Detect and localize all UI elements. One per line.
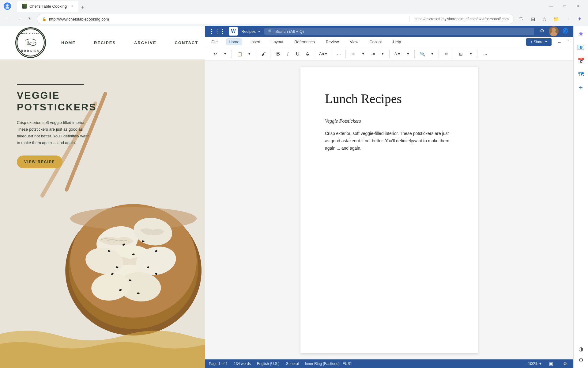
collections-btn[interactable]: 📁	[551, 14, 561, 24]
svg-text:CHEF'S TABLE: CHEF'S TABLE	[19, 32, 42, 35]
forward-btn[interactable]: →	[15, 15, 23, 23]
active-tab[interactable]: Chef's Table Cooking ×	[17, 1, 78, 12]
word-search[interactable]: 🔍 Search (Alt + Q)	[264, 28, 534, 35]
bold-btn[interactable]: B	[273, 50, 283, 58]
site-logo: CHEF'S TABLE COOKING	[12, 27, 49, 58]
more-btn[interactable]: ···	[563, 14, 573, 24]
menu-references[interactable]: References	[292, 38, 317, 45]
word-menu-more[interactable]: ···	[558, 40, 561, 44]
primary-url: http://www.chefstablecooking.com	[49, 17, 404, 21]
undo-dropdown[interactable]: ▼	[221, 50, 230, 58]
more-options-btn[interactable]: ···	[334, 50, 344, 58]
word-doc-area[interactable]: Lunch Recipes Veggie Potstickers Crisp e…	[205, 61, 573, 359]
split-btn[interactable]: ⊟	[528, 14, 538, 24]
add-sidebar-btn[interactable]: +	[575, 82, 586, 93]
menu-layout[interactable]: Layout	[269, 38, 286, 45]
word-page: Lunch Recipes Veggie Potstickers Crisp e…	[300, 67, 478, 353]
designer-btn[interactable]: ✏	[442, 50, 451, 58]
copilot-sidebar-icon[interactable]	[575, 28, 586, 39]
zoom-out-btn[interactable]: -	[525, 362, 526, 366]
settings-btn[interactable]: ⚙	[538, 26, 546, 35]
indent-btn[interactable]: ⇥	[368, 50, 378, 58]
table-btn[interactable]: ⊞	[456, 50, 466, 58]
strikethrough-btn[interactable]: S̶	[303, 50, 312, 58]
table-dropdown[interactable]: ▼	[466, 50, 475, 58]
find-btn[interactable]: 🔍	[418, 50, 427, 58]
view-recipe-btn[interactable]: VIEW RECIPE	[17, 155, 62, 168]
formatting-group: B I U S̶	[272, 50, 314, 58]
paste-btn[interactable]: 📋	[235, 50, 244, 58]
tab-favicon	[22, 4, 27, 9]
highlight-dropdown[interactable]: A▼	[393, 51, 403, 57]
menu-insert[interactable]: Insert	[248, 38, 263, 45]
font-dropdown[interactable]: Aa ▼	[317, 51, 329, 57]
url-box[interactable]: 🔒 http://www.chefstablecooking.com https…	[37, 14, 514, 24]
menu-help[interactable]: Help	[390, 38, 404, 45]
settings-status-btn[interactable]: ⚙	[560, 359, 570, 368]
word-expand-btn[interactable]: ˅	[567, 40, 570, 44]
bullet-list-btn[interactable]: ≡	[349, 50, 358, 58]
back-btn[interactable]: ←	[4, 15, 12, 23]
close-btn[interactable]: ×	[572, 1, 584, 11]
dark-mode-btn[interactable]: ◑	[575, 343, 586, 355]
list-group: ≡ ▼ ⇥ ▼	[347, 50, 390, 58]
paste-dropdown[interactable]: ▼	[245, 50, 254, 58]
profile-icon[interactable]	[4, 2, 11, 10]
tabs-bar: Chef's Table Cooking × +	[13, 1, 543, 12]
italic-btn[interactable]: I	[283, 50, 292, 58]
page-status: Page 1 of 1	[209, 362, 228, 366]
language-status: English (U.S.)	[257, 362, 280, 366]
menu-file[interactable]: File	[209, 38, 220, 45]
underline-btn[interactable]: U	[293, 50, 302, 58]
doc-body: Crisp exterior, soft veggie-filled inter…	[325, 130, 454, 152]
menu-view[interactable]: View	[347, 38, 361, 45]
lock-icon: 🔒	[42, 17, 47, 21]
minimize-btn[interactable]: —	[545, 1, 557, 11]
find-dropdown[interactable]: ▼	[428, 50, 437, 58]
indent-dropdown[interactable]: ▼	[378, 50, 387, 58]
hero-title: VEGGIEPOTSTICKERS	[17, 90, 97, 113]
nav-home[interactable]: HOME	[61, 40, 76, 45]
word-profile[interactable]	[549, 26, 559, 36]
more-options-group: ···	[333, 50, 346, 58]
word-status-bar: Page 1 of 1 134 words English (U.S.) Gen…	[205, 359, 573, 368]
share-btn[interactable]: ↑ Share ▼	[526, 38, 552, 46]
more-toolbar-btn[interactable]: ···	[481, 50, 490, 58]
settings-sidebar-btn[interactable]: ⚙	[575, 355, 586, 366]
table-group: ⊞ ▼	[454, 50, 477, 58]
word-grid-btn[interactable]: ⋮⋮⋮	[209, 28, 225, 35]
highlight-dropdown2[interactable]: ▼	[403, 50, 413, 58]
undo-btn[interactable]: ↩	[211, 50, 220, 58]
doc-subtitle: Veggie Potstickers	[325, 118, 454, 124]
menu-review[interactable]: Review	[323, 38, 341, 45]
secondary-url: https://microsoft-my.sharepoint-df.com/:…	[414, 17, 509, 21]
menu-copilot[interactable]: Copilot	[367, 38, 384, 45]
zoom-in-btn[interactable]: +	[539, 362, 541, 366]
nav-archive[interactable]: ARCHIVE	[134, 40, 156, 45]
favorites-btn[interactable]: ☆	[540, 14, 549, 24]
nav-recipes[interactable]: RECIPES	[94, 40, 116, 45]
extensions-btn[interactable]: 🛡	[516, 14, 526, 24]
calendar-sidebar-icon[interactable]: 📅	[575, 55, 586, 66]
copilot-btn[interactable]: ✦	[575, 14, 584, 24]
new-tab-btn[interactable]: +	[78, 3, 87, 12]
nav-contact[interactable]: CONTACT	[175, 40, 198, 45]
zoom-level: 100%	[528, 362, 537, 366]
hero-divider	[17, 84, 84, 85]
bullet-dropdown[interactable]: ▼	[359, 50, 368, 58]
right-sidebar: 📧 📅 🗺 + ◑ ⚙	[573, 26, 588, 368]
outlook-sidebar-icon[interactable]: 📧	[575, 42, 586, 53]
word-doc-name: Recipes ▼	[241, 29, 261, 34]
maximize-btn[interactable]: □	[559, 1, 571, 11]
view-layout-btn[interactable]: ▣	[546, 359, 556, 368]
edge-icon[interactable]: 🌀	[561, 26, 570, 35]
format-painter-btn[interactable]: 🖌	[259, 50, 268, 58]
document-type: General	[286, 362, 299, 366]
hero-content: VEGGIEPOTSTICKERS Crisp exterior, soft v…	[17, 84, 97, 168]
tab-close-btn[interactable]: ×	[71, 4, 74, 8]
word-actions: ⚙ 🌀	[538, 26, 570, 36]
svg-point-1	[6, 7, 9, 9]
refresh-btn[interactable]: ↻	[26, 15, 34, 23]
map-sidebar-icon[interactable]: 🗺	[575, 69, 586, 80]
menu-home[interactable]: Home	[226, 38, 242, 45]
